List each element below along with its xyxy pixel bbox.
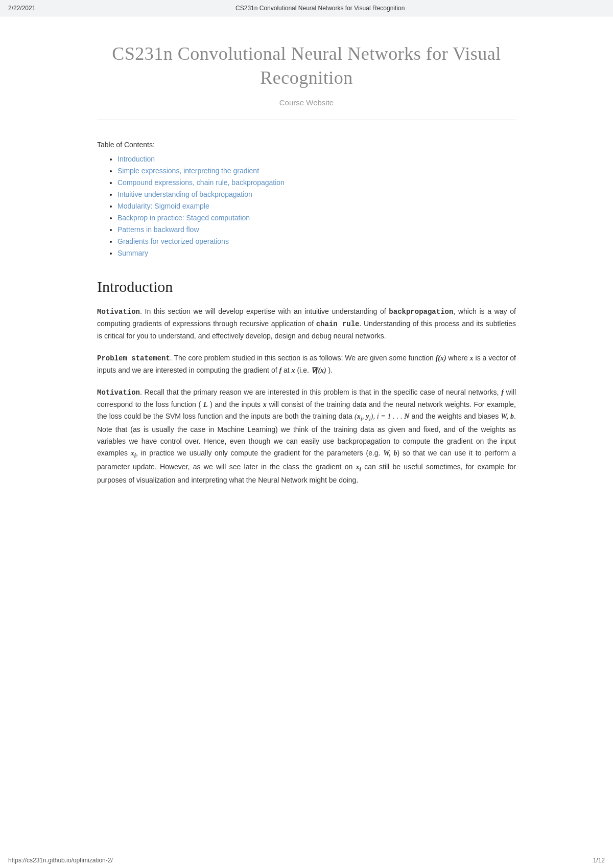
toc-link-backprop[interactable]: Backprop in practice: Staged computation xyxy=(117,214,250,222)
toc-link-gradients[interactable]: Gradients for vectorized operations xyxy=(117,237,229,245)
math-xi2: xi xyxy=(356,463,361,471)
header-divider xyxy=(97,120,516,120)
problem-statement-term: Problem statement xyxy=(97,354,170,362)
motivation-term-2: Motivation xyxy=(97,389,140,397)
math-x3: x xyxy=(263,401,267,408)
footer-url: https://cs231n.github.io/optimization-2/ xyxy=(8,857,113,864)
toc-link-intuitive[interactable]: Intuitive understanding of backpropagati… xyxy=(117,190,252,198)
intro-paragraph-1: Motivation. In this section we will deve… xyxy=(97,306,516,342)
math-f2: f xyxy=(501,389,504,396)
intro-paragraph-3: Motivation. Recall that the primary reas… xyxy=(97,386,516,486)
toc-link-patterns[interactable]: Patterns in backward flow xyxy=(117,225,199,234)
list-item: Intuitive understanding of backpropagati… xyxy=(117,190,516,199)
chain-rule-term: chain rule xyxy=(316,320,360,328)
browser-date: 2/22/2021 xyxy=(8,5,35,12)
list-item: Gradients for vectorized operations xyxy=(117,237,516,246)
list-item: Summary xyxy=(117,249,516,258)
toc-link-modularity[interactable]: Modularity: Sigmoid example xyxy=(117,202,209,210)
list-item: Patterns in backward flow xyxy=(117,225,516,234)
math-x2: x xyxy=(292,367,295,374)
intro-paragraph-2: Problem statement. The core problem stud… xyxy=(97,352,516,376)
toc-link-summary[interactable]: Summary xyxy=(117,249,148,257)
main-title: CS231n Convolutional Neural Networks for… xyxy=(97,42,516,90)
list-item: Simple expressions, interpreting the gra… xyxy=(117,167,516,175)
toc-label: Table of Contents: xyxy=(97,141,516,149)
math-training-data: (xi, yi), i = 1 . . . N xyxy=(355,413,409,420)
toc-link-simple[interactable]: Simple expressions, interpreting the gra… xyxy=(117,167,259,175)
list-item: Modularity: Sigmoid example xyxy=(117,202,516,211)
list-item: Backprop in practice: Staged computation xyxy=(117,214,516,222)
introduction-section: Introduction Motivation. In this section… xyxy=(97,278,516,486)
math-fx: f(x) xyxy=(436,354,446,362)
math-f-at-x: f xyxy=(279,367,281,374)
list-item: Introduction xyxy=(117,155,516,164)
course-website-container: Course Website xyxy=(97,98,516,107)
browser-title: CS231n Convolutional Neural Networks for… xyxy=(235,5,405,12)
toc-link-compound[interactable]: Compound expressions, chain rule, backpr… xyxy=(117,178,285,187)
page-footer: https://cs231n.github.io/optimization-2/… xyxy=(0,857,613,864)
footer-page: 1/12 xyxy=(593,857,605,864)
motivation-term-1: Motivation xyxy=(97,308,140,316)
backpropagation-term: backpropagation xyxy=(389,308,453,316)
list-item: Compound expressions, chain rule, backpr… xyxy=(117,178,516,187)
toc-list: Introduction Simple expressions, interpr… xyxy=(97,155,516,258)
table-of-contents: Table of Contents: Introduction Simple e… xyxy=(97,141,516,258)
course-website-link[interactable]: Course Website xyxy=(279,98,334,107)
math-L: L xyxy=(203,401,208,408)
math-wb2: W, b xyxy=(383,449,397,457)
math-x: x xyxy=(470,354,474,362)
introduction-heading: Introduction xyxy=(97,278,516,295)
math-grad: ∇f(x) xyxy=(311,367,326,374)
toc-link-introduction[interactable]: Introduction xyxy=(117,155,155,163)
math-wb: W, b xyxy=(501,413,514,420)
math-xi: xi xyxy=(131,449,136,457)
